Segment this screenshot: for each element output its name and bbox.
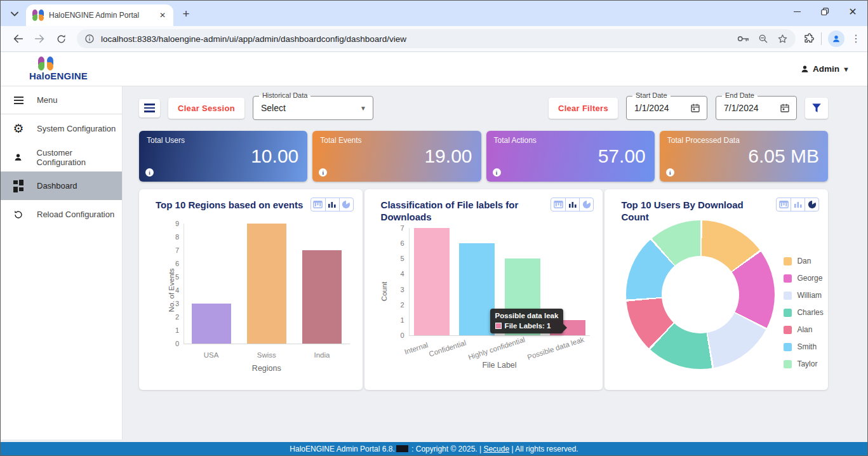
stat-value: 57.00 <box>598 145 646 167</box>
info-icon[interactable]: i <box>319 168 327 177</box>
framed-bar-chart-icon[interactable] <box>551 198 565 211</box>
legend-item[interactable]: William <box>784 291 823 300</box>
framed-bar-chart-icon[interactable] <box>311 198 325 211</box>
browser-menu-icon[interactable]: ⋮ <box>851 34 861 44</box>
y-tick-label: 2 <box>175 314 179 321</box>
forward-icon[interactable] <box>30 29 49 48</box>
sidebar-item-label: System Configuration <box>37 124 116 133</box>
start-date-label: Start Date <box>632 91 671 100</box>
calendar-icon[interactable] <box>780 103 790 113</box>
y-tick-label: 3 <box>400 286 404 293</box>
end-date-field[interactable]: End Date 7/1/2024 <box>716 96 797 120</box>
sidebar-item-menu[interactable]: Menu <box>1 86 122 114</box>
url-bar[interactable]: localhost:8383/haloengine-admin/ui/app/a… <box>77 29 796 48</box>
stat-card[interactable]: Total Events 19.00 i <box>312 131 481 182</box>
donut-chart[interactable] <box>626 220 775 369</box>
window-restore-button[interactable] <box>819 6 831 17</box>
hamburger-icon <box>144 104 155 112</box>
stat-card[interactable]: Total Users 10.00 i <box>139 131 307 182</box>
user-person-icon <box>800 64 810 74</box>
column-chart-icon[interactable] <box>791 198 805 211</box>
historical-data-value: Select <box>261 103 360 113</box>
sidebar-item-label: Menu <box>37 95 58 105</box>
window-minimize-button[interactable] <box>791 6 803 17</box>
clear-filters-button[interactable]: Clear Filters <box>549 98 618 119</box>
sidebar-item-customer-configuration[interactable]: Customer Configuration <box>1 143 122 171</box>
browser-tab-strip: HaloENGINE Admin Portal ✕ + ✕ <box>1 1 867 26</box>
dashboard-main: Clear Session Historical Data Select ▼ C… <box>123 86 867 442</box>
sidebar-item-system-configuration[interactable]: ⚙ System Configuration <box>1 114 122 143</box>
haloengine-logo-icon <box>38 57 53 70</box>
bar-india[interactable] <box>302 250 342 344</box>
new-tab-button[interactable]: + <box>177 5 195 23</box>
pie-chart-icon[interactable] <box>579 198 593 211</box>
end-date-value: 7/1/2024 <box>724 103 780 113</box>
legend-item[interactable]: Dan <box>784 257 823 265</box>
site-info-icon[interactable] <box>84 34 95 44</box>
back-icon[interactable] <box>8 29 27 48</box>
sidebar-toggle-button[interactable] <box>139 99 160 117</box>
tab-close-icon[interactable]: ✕ <box>157 10 168 21</box>
stat-title: Total Events <box>320 136 473 145</box>
stat-title: Total Actions <box>494 136 647 145</box>
info-icon[interactable]: i <box>145 168 154 177</box>
url-text: localhost:8383/haloengine-admin/ui/app/a… <box>101 34 732 44</box>
column-chart-icon[interactable] <box>565 198 579 211</box>
stat-card[interactable]: Total Actions 57.00 i <box>486 131 655 182</box>
tab-search-chevron-icon[interactable] <box>6 5 23 23</box>
bar-swiss[interactable] <box>247 224 286 344</box>
x-axis-label: Regions <box>184 364 350 373</box>
profile-avatar[interactable] <box>828 30 845 47</box>
filter-row: Clear Session Historical Data Select ▼ C… <box>139 95 828 121</box>
user-menu[interactable]: Admin ▼ <box>800 64 850 74</box>
app-footer: HaloENGINE Admin Portal 6.8. : Copyright… <box>1 442 867 455</box>
info-icon[interactable]: i <box>493 168 501 177</box>
window-close-button[interactable]: ✕ <box>847 6 858 17</box>
x-category-label: Internal <box>403 341 429 356</box>
site-favicon-icon <box>32 10 44 21</box>
secude-link[interactable]: Secude <box>483 445 509 453</box>
divider <box>821 32 822 45</box>
chart-view-toggle <box>310 198 354 211</box>
chevron-down-icon: ▼ <box>843 65 850 73</box>
pie-chart-icon[interactable] <box>339 198 353 211</box>
legend-item[interactable]: Smith <box>784 342 823 351</box>
clear-session-button[interactable]: Clear Session <box>168 98 244 119</box>
y-tick-label: 5 <box>175 274 179 281</box>
browser-tab[interactable]: HaloENGINE Admin Portal ✕ <box>26 4 173 26</box>
chart-title: Classification of File labels for Downlo… <box>381 199 547 223</box>
legend-item[interactable]: Charles <box>784 308 823 317</box>
bar-internal[interactable] <box>414 228 450 335</box>
reload-icon <box>12 210 25 220</box>
bookmark-star-icon[interactable] <box>777 34 788 44</box>
pie-chart-icon[interactable] <box>805 198 818 211</box>
framed-bar-chart-icon[interactable] <box>777 198 791 211</box>
zoom-out-icon[interactable] <box>758 34 768 44</box>
start-date-value: 1/1/2024 <box>634 103 690 113</box>
calendar-icon[interactable] <box>690 103 700 113</box>
x-category-label: India <box>314 351 330 359</box>
footer-text: HaloENGINE Admin Portal 6.8. <box>290 445 394 453</box>
reload-icon[interactable] <box>51 29 70 48</box>
password-key-icon[interactable] <box>737 34 749 43</box>
bar-usa[interactable] <box>192 304 231 344</box>
sidebar-item-dashboard[interactable]: Dashboard <box>1 171 122 200</box>
start-date-field[interactable]: Start Date 1/1/2024 <box>626 96 707 120</box>
sidebar-item-reload-configuration[interactable]: Reload Configuration <box>1 200 122 229</box>
app-header: HaloENGINE Admin ▼ <box>1 52 867 86</box>
historical-data-select[interactable]: Historical Data Select ▼ <box>253 96 373 120</box>
info-icon[interactable]: i <box>666 168 674 177</box>
footer-text: | All rights reserved. <box>509 445 578 453</box>
legend-swatch <box>784 274 792 283</box>
extensions-puzzle-icon[interactable] <box>803 33 815 44</box>
legend-item[interactable]: Alan <box>784 325 823 334</box>
y-tick-label: 0 <box>175 340 179 347</box>
stat-card[interactable]: Total Processed Data 6.05 MB i <box>660 131 828 182</box>
column-chart-icon[interactable] <box>325 198 339 211</box>
x-category-label: Swiss <box>257 351 276 359</box>
legend-swatch <box>784 309 792 317</box>
apply-filter-button[interactable] <box>805 98 828 119</box>
legend-item[interactable]: Taylor <box>784 359 823 368</box>
legend-swatch <box>784 326 792 334</box>
legend-item[interactable]: George <box>784 274 823 283</box>
